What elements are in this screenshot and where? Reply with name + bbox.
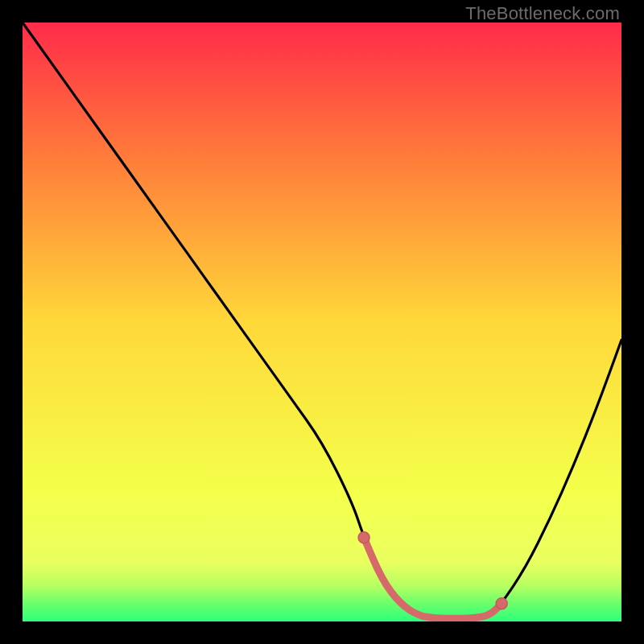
watermark-text: TheBottleneck.com [465,3,620,24]
chart-frame [23,23,621,621]
optimal-marker [496,598,507,609]
gradient-background [23,23,621,621]
bottleneck-chart [23,23,621,621]
optimal-marker [358,532,369,543]
